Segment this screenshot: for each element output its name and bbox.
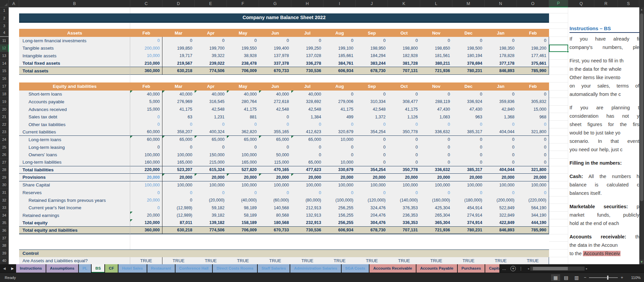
cell-P36[interactable] xyxy=(549,227,568,234)
cell-G20[interactable]: 42,548 xyxy=(259,106,291,113)
cell-H21[interactable]: 1,384 xyxy=(291,113,324,121)
cell-F18[interactable]: 40,000 xyxy=(227,91,259,98)
cell-N14[interactable]: 377,178 xyxy=(485,60,517,67)
cell-A39[interactable] xyxy=(9,249,19,257)
row-number-34[interactable]: 34 xyxy=(0,212,9,219)
row-number-13[interactable]: 13 xyxy=(0,52,9,60)
cell-J27[interactable]: 0 xyxy=(356,159,388,166)
cell-A3[interactable] xyxy=(9,23,19,29)
vertical-scrollbar[interactable]: ▲ ▼ xyxy=(639,7,644,264)
cell-E27[interactable]: 215,000 xyxy=(195,159,227,166)
cell-G11[interactable]: 0 xyxy=(259,37,291,45)
cell-L12[interactable]: 198,650 xyxy=(420,45,452,52)
cell-H33[interactable]: 212,913 xyxy=(291,204,324,212)
cell-M18[interactable]: 0 xyxy=(452,91,485,98)
cell-O34[interactable]: 344,190 xyxy=(517,212,549,219)
cell-B15[interactable]: Total assets xyxy=(19,67,130,75)
cell-P40[interactable] xyxy=(549,257,568,265)
cell-M12[interactable]: 198,500 xyxy=(452,45,485,52)
cell-M20[interactable]: 47,430 xyxy=(452,106,485,113)
cell-M13[interactable]: 180,194 xyxy=(452,52,485,60)
cell-B36[interactable]: Total equity and liabilities xyxy=(19,227,130,234)
row-number-12[interactable]: 12 xyxy=(0,45,9,52)
cell-O29[interactable]: 20,000 xyxy=(517,174,549,181)
sheet-tab-instructions[interactable]: Instructions xyxy=(16,264,46,273)
cell-A2[interactable] xyxy=(9,13,19,23)
column-header-I[interactable]: I xyxy=(324,0,356,7)
cell-P18[interactable] xyxy=(549,91,568,98)
cell-P33[interactable] xyxy=(549,204,568,212)
cell-I22[interactable]: 0 xyxy=(324,121,356,128)
sheet-tab-purchases[interactable]: Purchases xyxy=(458,264,485,273)
cell-K12[interactable]: 198,800 xyxy=(388,45,420,52)
cell-K40[interactable]: TRUE xyxy=(388,257,420,265)
cell-O23[interactable]: 321,800 xyxy=(517,128,549,136)
cell-D22[interactable]: 0 xyxy=(162,121,195,128)
cell-J14[interactable]: 383,244 xyxy=(356,60,388,67)
cell-E36[interactable]: 774,506 xyxy=(195,227,227,234)
cell-E23[interactable]: 400,324 xyxy=(195,128,227,136)
column-header-E[interactable]: E xyxy=(195,0,227,7)
cell-D35[interactable]: 87,011 xyxy=(162,219,195,227)
cell-I11[interactable]: 0 xyxy=(324,37,356,45)
cell-G29[interactable]: 20,000 xyxy=(259,174,291,181)
horizontal-scrollbar[interactable] xyxy=(526,267,589,271)
cell-C36[interactable]: 360,000 xyxy=(130,227,162,234)
cell-H34[interactable]: 132,913 xyxy=(291,212,324,219)
sheet-tab-capital[interactable]: Capital xyxy=(485,264,499,273)
cell-A17[interactable] xyxy=(9,82,19,91)
cell-N13[interactable]: 178,828 xyxy=(485,52,517,60)
cell-I19[interactable]: 279,006 xyxy=(324,98,356,106)
cell-A20[interactable] xyxy=(9,106,19,113)
cell-J33[interactable]: 324,476 xyxy=(356,204,388,212)
cell-O40[interactable]: TRUE xyxy=(517,257,549,265)
hscroll-track[interactable] xyxy=(530,267,585,271)
cell-M24[interactable]: 0 xyxy=(452,136,485,144)
cell-H25[interactable]: 0 xyxy=(291,144,324,151)
cell-P30[interactable] xyxy=(549,181,568,189)
row-number-20[interactable]: 20 xyxy=(0,106,9,113)
cell-F29[interactable]: 20,000 xyxy=(227,174,259,181)
cell-H26[interactable]: 0 xyxy=(291,151,324,159)
cell-F20[interactable]: 41,175 xyxy=(227,106,259,113)
cell-I28[interactable]: 330,679 xyxy=(324,166,356,174)
cell-K19[interactable]: 308,477 xyxy=(388,98,420,106)
row-number-17[interactable]: 17 xyxy=(0,82,9,91)
sheet-tab-accounts-payable[interactable]: Accounts Payable xyxy=(416,264,457,273)
cell-G34[interactable]: 80,568 xyxy=(259,212,291,219)
cell-A22[interactable] xyxy=(9,121,19,128)
row-number-29[interactable]: 29 xyxy=(0,174,9,181)
cell-E34[interactable]: 39,182 xyxy=(195,212,227,219)
cell-M31[interactable]: 0 xyxy=(452,189,485,196)
cell-E20[interactable]: 42,548 xyxy=(195,106,227,113)
cell-B34[interactable]: Retained earnings xyxy=(19,212,130,219)
row-number-18[interactable]: 18 xyxy=(0,91,9,98)
column-header-R[interactable]: R xyxy=(594,0,618,7)
cell-N25[interactable]: 0 xyxy=(485,144,517,151)
zoom-out-button[interactable] xyxy=(581,275,589,280)
cell-L35[interactable]: 365,304 xyxy=(420,219,452,227)
column-header-K[interactable]: K xyxy=(388,0,420,7)
cell-F36[interactable]: 706,009 xyxy=(227,227,259,234)
cell-B23[interactable]: Current liabilities xyxy=(19,128,130,136)
row-number-40[interactable]: 40 xyxy=(0,257,9,265)
cell-G40[interactable]: TRUE xyxy=(259,257,291,265)
cell-P31[interactable] xyxy=(549,189,568,196)
sheet-tab-direct-costs-rooms[interactable]: Direct Costs Rooms xyxy=(213,264,257,273)
cell-A33[interactable] xyxy=(9,204,19,212)
cell-H13[interactable]: 137,028 xyxy=(291,52,324,60)
cell-L22[interactable]: 0 xyxy=(420,121,452,128)
cell-I21[interactable]: 499 xyxy=(324,113,356,121)
cell-C15[interactable]: 360,000 xyxy=(130,67,162,75)
cell-D27[interactable]: 165,000 xyxy=(162,159,195,166)
cell-K25[interactable]: 0 xyxy=(388,144,420,151)
cell-E15[interactable]: 774,506 xyxy=(195,67,227,75)
row-number-25[interactable]: 25 xyxy=(0,144,9,151)
page-layout-view-icon[interactable] xyxy=(561,274,571,281)
cell-O27[interactable]: 0 xyxy=(517,159,549,166)
cell-N26[interactable]: 0 xyxy=(485,151,517,159)
cell-P24[interactable] xyxy=(549,136,568,144)
cell-P2[interactable] xyxy=(549,13,568,23)
cell-K14[interactable]: 381,728 xyxy=(388,60,420,67)
cell-A28[interactable] xyxy=(9,166,19,174)
